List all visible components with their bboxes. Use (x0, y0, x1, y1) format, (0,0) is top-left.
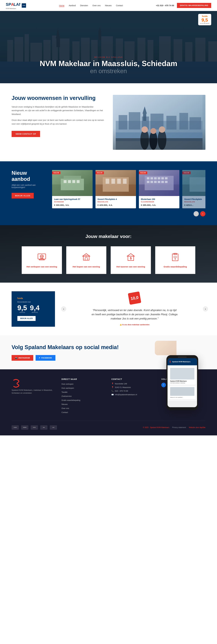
funda-badge: funda 9,5 ALLE REVIEWS (198, 14, 211, 25)
property-card[interactable]: NIEUW Govert Flinckpl (182, 170, 205, 208)
footer-link-taxatie[interactable]: Taxatie (62, 391, 67, 393)
aanbod-subtitle: Altijd een ruim aanbod aan koopwoningen! (12, 184, 46, 188)
phone-link[interactable]: +31 010 - 470 74 00 (156, 4, 174, 7)
property-price-4: € 429.0... (184, 204, 205, 206)
dapsite-brand: dapSite (199, 426, 205, 428)
svg-rect-11 (59, 38, 69, 62)
nav-aanbod[interactable]: Aanbod (69, 4, 76, 7)
svg-marker-84 (40, 255, 44, 256)
service-label-4: Gratis waardebepaling (160, 265, 191, 268)
intro-section: Jouw woonwensen in vervulling Vanuit onz… (0, 83, 217, 161)
svg-point-42 (141, 126, 148, 133)
service-taxeren[interactable]: $ Het taxeren van een woning (111, 246, 151, 274)
nieuw-badge-3: NIEUW (139, 172, 147, 174)
intro-text-1: Vanuit onze vestiging in Maassluis bestr… (12, 105, 104, 116)
logo-subtitle: NVM Makelaars (6, 8, 20, 10)
svg-text:LAND: LAND (14, 2, 20, 7)
aanbod-title: Nieuw aanbod (12, 170, 46, 182)
beoordeeld-label: Beoordeeld met (17, 301, 49, 303)
footer-link-huis-aankopen[interactable]: Huis aankopen (62, 387, 74, 389)
nav-over-ons[interactable]: Over ons (92, 4, 101, 7)
property-cards: NIEUW (52, 170, 205, 208)
service-kopen[interactable]: Het kopen van een woning (66, 246, 106, 274)
score-verkoop: 9,5 verkoop (17, 304, 27, 313)
review-scores: 9,5 verkoop 9,4 aankoop (17, 304, 49, 313)
svg-rect-52 (64, 180, 67, 183)
social-left: Volg Spaland Makelaars op social media! … (12, 344, 139, 361)
service-waardebepaling[interactable]: $ Gratis waardebepaling (155, 246, 195, 274)
property-info-4: Govert Flinckplein MAASSLUIS € 429.0... (182, 196, 205, 208)
svg-rect-6 (15, 37, 23, 62)
aanbod-section: Nieuw aanbod Altijd een ruim aanbod aan … (0, 161, 217, 225)
svg-rect-7 (25, 34, 29, 62)
property-city-3: VLAARDINGEN (141, 201, 177, 203)
service-label-2: Het kopen van een woning (71, 265, 102, 268)
property-price-2: € 429.000,- k.k. (98, 204, 134, 206)
intro-text-2: Onze deur staat altijd open voor jou! Je… (12, 118, 104, 126)
bekijk-alles-button[interactable]: BEKIJK ALLES (12, 193, 34, 198)
property-card[interactable]: NIEUW (52, 170, 93, 208)
extra-space (0, 436, 217, 464)
social-title: Volg Spaland Makelaars op social media! (12, 344, 139, 351)
property-info-1: Laan van Spieringshoek 57 SCHIEDAM € 300… (52, 196, 93, 208)
property-city-4: MAASSLUIS (184, 201, 205, 203)
services-title: Jouw makelaar voor: (0, 234, 217, 239)
svg-rect-72 (147, 181, 149, 183)
footer-link-gratis[interactable]: Gratis waardebepaling (62, 399, 80, 401)
instagram-button[interactable]: 📷 INSTAGRAM (12, 355, 33, 361)
svg-rect-36 (179, 113, 188, 130)
reviews-center-panel: ‹ 10,0 "Persoonlijk, vertrouwd en ter za… (64, 292, 205, 326)
service-verkopen[interactable]: Het verkopen van een woning (22, 246, 62, 274)
nav-home[interactable]: Home (59, 4, 64, 7)
nav-nieuws[interactable]: Nieuws (105, 4, 112, 7)
header-right: +31 010 - 470 74 00 GRATIS WAARDEBEPALIN… (156, 3, 211, 8)
property-image-3: NIEUW (139, 170, 179, 196)
svg-rect-39 (143, 114, 146, 121)
footer-link-zoekservice[interactable]: Zoekservice (62, 395, 72, 397)
footer-link-contact[interactable]: Contact (62, 411, 68, 414)
privacy-statement-link[interactable]: Privacy statement (172, 426, 186, 428)
review-next-button[interactable]: › (203, 306, 208, 312)
nav-contact[interactable]: Contact (116, 4, 123, 7)
property-price-1: € 300.000,- k.k. (54, 204, 91, 206)
property-info-2: Govert Flinckplein 4 MAASSLUIS € 429.000… (95, 196, 136, 208)
property-name-2: Govert Flinckplein 4 (98, 198, 134, 200)
contact-button[interactable]: NEEM CONTACT OP (12, 131, 40, 137)
property-image-2: NIEUW (95, 170, 136, 196)
footer-link-over-ons[interactable]: Over ons (62, 407, 69, 410)
svg-rect-66 (147, 177, 149, 180)
svg-rect-60 (111, 179, 115, 184)
hand-placeholder (155, 341, 176, 355)
footer-link-huis-verkopen[interactable]: Huis verkopen (62, 383, 74, 385)
nav-diensten[interactable]: Diensten (80, 4, 88, 7)
reviews-bekijk-button[interactable]: BEKIJK ALLES (17, 316, 36, 321)
score-aankoop-num: 9,4 (30, 304, 40, 312)
svg-rect-77 (165, 181, 167, 183)
sell-house-icon (37, 252, 47, 262)
hero-title: NVM Makelaar in Maassluis, Schiedam (40, 60, 177, 68)
svg-rect-51 (64, 176, 81, 180)
footer-link-nieuws[interactable]: Nieuws (62, 403, 68, 405)
footer-direct-naar: DIRECT NAAR Huis verkopen Huis aankopen … (62, 378, 106, 415)
svg-rect-55 (77, 180, 80, 183)
review-score-badge: 10,0 (128, 292, 141, 305)
svg-rect-18 (137, 38, 145, 62)
footer-extra-links: Nieuws Over ons Contact (62, 403, 106, 414)
vbo-badge-footer: vbo (40, 425, 48, 430)
review-prev-button[interactable]: ‹ (61, 306, 66, 312)
score-aankoop: 9,4 aankoop (30, 304, 40, 313)
gratis-waardebepaling-button[interactable]: GRATIS WAARDEBEPALING (177, 3, 211, 8)
extra-badge-footer: cert (50, 425, 57, 430)
intro-right (113, 95, 205, 150)
footer-facebook-icon[interactable]: f (161, 383, 166, 387)
carousel-next-button[interactable]: › (200, 211, 205, 216)
phone-icon: 📞 (111, 390, 114, 392)
hero-welcome: WELKOM BIJ SPALAND (94, 56, 123, 58)
svg-rect-86 (41, 257, 42, 258)
property-card[interactable]: NIEUW (95, 170, 136, 208)
carousel-prev-button[interactable]: ‹ (193, 211, 199, 216)
facebook-button[interactable]: f FACEBOOK (36, 355, 56, 361)
property-card[interactable]: NIEUW (139, 170, 179, 208)
svg-rect-54 (72, 180, 75, 183)
svg-rect-32 (129, 112, 140, 130)
